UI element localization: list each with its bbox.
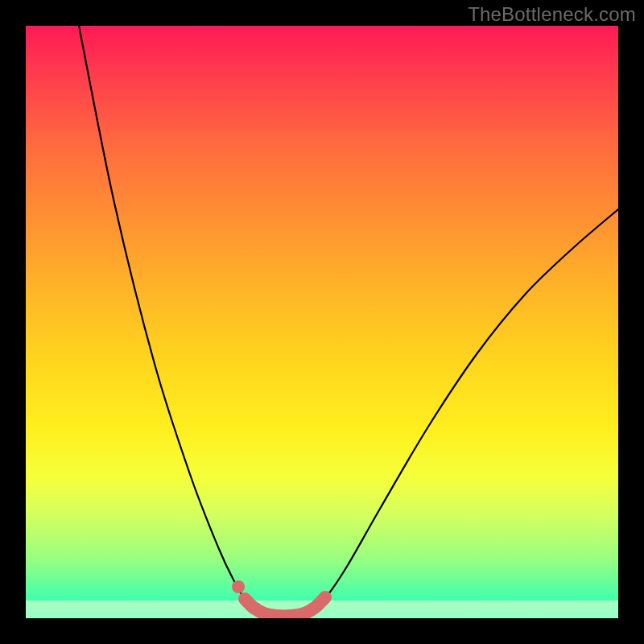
bottleneck-curve [79, 26, 618, 616]
plot-area [26, 26, 618, 618]
watermark-text: TheBottleneck.com [468, 3, 636, 26]
svg-point-1 [232, 580, 245, 593]
chart-frame: TheBottleneck.com [0, 0, 644, 644]
chart-svg [26, 26, 618, 618]
